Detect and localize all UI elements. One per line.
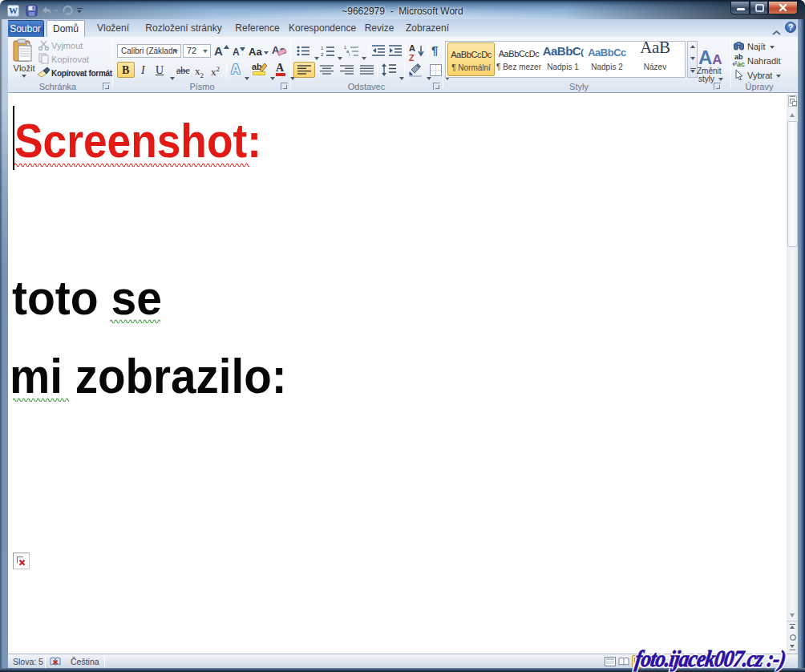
svg-text:2: 2: [321, 52, 324, 56]
svg-text:i: i: [349, 52, 350, 56]
svg-text:1: 1: [321, 46, 324, 51]
